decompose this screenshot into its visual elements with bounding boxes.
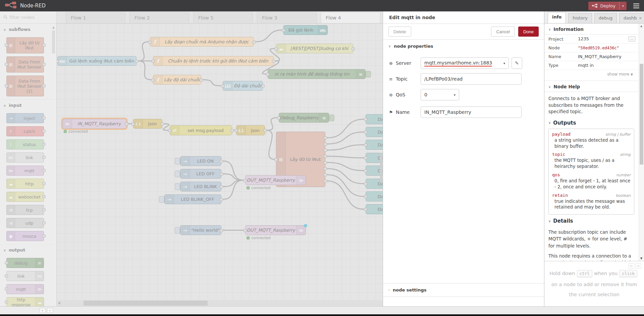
palette-node-websocket[interactable]: ☁websocket: [6, 192, 44, 202]
palette-node-data-from-inut-sensor[interactable]: ⊞Data From iNut Sensor: [6, 56, 44, 73]
node-input-port[interactable]: [274, 158, 278, 161]
flow-node-json2[interactable]: { }json: [236, 125, 265, 135]
flow-node-gui-lenh-xuong[interactable]: abcGửi lệnh xuống iNut cảm biến: [57, 56, 137, 66]
sidebar-tab-history[interactable]: history: [568, 13, 592, 23]
deploy-options-caret[interactable]: ▾: [619, 2, 627, 10]
palette-scroll-up-icon[interactable]: ▲: [52, 26, 55, 29]
node-input-port[interactable]: [364, 182, 367, 185]
node-output-port[interactable]: [42, 234, 46, 237]
flow-node-data-7[interactable]: Data 7: [366, 204, 383, 214]
flow-node-data-6[interactable]: Data 6: [366, 191, 383, 201]
edit-server-button[interactable]: ✎: [512, 57, 522, 69]
node-input-port[interactable]: [5, 63, 8, 66]
node-output-port[interactable]: [263, 129, 267, 132]
node-output-port[interactable]: [230, 129, 234, 132]
flow-node-in-ra-man-hinh[interactable]: ≡in ra màn hình để debug thông tin: [268, 69, 366, 79]
node-input-port[interactable]: [364, 156, 367, 160]
wire[interactable]: [327, 175, 364, 196]
tip-close-icon[interactable]: ×: [636, 263, 641, 269]
palette-node-l-y-d-t-inut[interactable]: ⊞Lấy dữ từ iNut: [6, 37, 44, 53]
close-icon[interactable]: ✕: [639, 16, 642, 20]
scroll-down-icon[interactable]: ▼: [640, 257, 642, 260]
node-input-port[interactable]: [5, 274, 8, 277]
wire[interactable]: [327, 119, 364, 138]
node-output-port[interactable]: [42, 130, 46, 133]
node-input-port[interactable]: [57, 60, 59, 63]
palette-scrollbar[interactable]: [52, 30, 55, 54]
wire[interactable]: [267, 118, 277, 131]
node-output-port[interactable]: [324, 167, 327, 170]
delete-button[interactable]: Delete: [388, 27, 411, 37]
flow-node-json1[interactable]: { }json: [133, 119, 162, 129]
sidebar-tab-debug[interactable]: debug: [594, 13, 617, 23]
sidebar-tab-info[interactable]: info: [548, 12, 566, 23]
node-output-port[interactable]: [220, 229, 223, 232]
tab-flow-4[interactable]: Flow 4: [321, 12, 380, 24]
flow-node-data-2[interactable]: Data 2: [366, 140, 383, 150]
node-input-port[interactable]: [274, 47, 278, 50]
node-input-port[interactable]: [151, 60, 155, 63]
node-output-port[interactable]: [42, 208, 46, 211]
sidebar-scroll-thumb[interactable]: [640, 64, 643, 165]
flow-node-rest-post[interactable]: ☁[REST][POST]Xưởng cơ khí: [276, 44, 353, 53]
node-output-port[interactable]: [200, 79, 203, 82]
node-output-port[interactable]: [42, 84, 46, 87]
palette-node-status[interactable]: !status: [6, 139, 44, 149]
node-output-port[interactable]: [324, 173, 327, 176]
done-button[interactable]: Done: [518, 27, 539, 37]
node-input-port[interactable]: [277, 117, 280, 120]
palette-node-catch[interactable]: !catch: [6, 126, 44, 136]
node-input-port[interactable]: [244, 229, 247, 232]
node-input-port[interactable]: [364, 208, 367, 211]
node-output-port[interactable]: [125, 123, 128, 126]
node-input-port[interactable]: [364, 169, 367, 172]
flow-node-set-msg[interactable]: ⇄set msg.payload: [170, 125, 232, 135]
inject-button[interactable]: [175, 158, 180, 165]
wire[interactable]: [327, 156, 364, 158]
palette-expand-icon[interactable]: »: [47, 308, 53, 313]
node-input-port[interactable]: [364, 131, 367, 134]
node-output-port[interactable]: [272, 60, 275, 63]
flow-canvas[interactable]: abcĐã gửi lệnhfLấy đoạn chuỗi mà Arduino…: [57, 24, 383, 306]
inject-button[interactable]: [175, 171, 180, 177]
server-select[interactable]: mqtt.mysmarthome.vn:1883 ▾: [421, 57, 509, 69]
node-output-port[interactable]: [324, 161, 327, 164]
cancel-button[interactable]: Cancel: [491, 27, 515, 37]
palette-section-subflows[interactable]: ∨subflows: [0, 24, 56, 34]
node-input-port[interactable]: [5, 84, 8, 87]
flow-node-lay-do-dai[interactable]: fLấy độ dài chuỗi: [153, 75, 201, 85]
sidebar-scrollbar[interactable]: ▲ ▼: [639, 24, 644, 261]
inject-button[interactable]: [159, 196, 164, 203]
deploy-button[interactable]: Deploy ▾: [588, 2, 627, 10]
palette-section-output[interactable]: ∨output: [0, 244, 56, 255]
tab-flow-1[interactable]: Flow 1: [66, 12, 125, 24]
canvas-vertical-scrollbar[interactable]: [380, 153, 382, 183]
flow-node-led-off[interactable]: →LED OFF: [180, 169, 221, 179]
node-input-port[interactable]: [5, 301, 8, 304]
outputs-heading[interactable]: ∨ Outputs: [544, 117, 638, 127]
palette-node-inject[interactable]: →inject: [6, 113, 44, 123]
node-help-section-header[interactable]: ∨ Node Help: [544, 81, 638, 92]
node-output-port[interactable]: [42, 195, 46, 198]
wire[interactable]: [223, 174, 244, 180]
inject-button[interactable]: [175, 183, 180, 190]
scroll-left-icon[interactable]: ◀: [58, 301, 60, 305]
node-input-port[interactable]: [5, 261, 8, 264]
node-output-port[interactable]: [42, 182, 46, 185]
tab-flow-2[interactable]: Flow 2: [129, 12, 189, 24]
flow-node-do-dai-chuoi[interactable]: 123Độ dài chuỗi: [223, 81, 263, 91]
node-output-port[interactable]: [220, 198, 223, 201]
node-input-port[interactable]: [234, 129, 238, 132]
node-input-port[interactable]: [364, 143, 367, 146]
node-output-port[interactable]: [324, 180, 327, 183]
name-input[interactable]: [421, 106, 522, 118]
node-output-port[interactable]: [42, 169, 46, 172]
node-output-port[interactable]: [42, 221, 46, 224]
flow-node-led-blink-off[interactable]: →LED BLINK_OFF: [164, 194, 221, 204]
flow-node-da-gui-lenh[interactable]: abcĐã gửi lệnh: [283, 25, 328, 35]
palette-search-input[interactable]: filter nodes: [0, 11, 56, 24]
information-section-header[interactable]: ∨ Information: [544, 24, 638, 35]
node-input-port[interactable]: [5, 44, 8, 47]
wire[interactable]: [327, 132, 364, 144]
node-input-port[interactable]: [131, 123, 135, 126]
